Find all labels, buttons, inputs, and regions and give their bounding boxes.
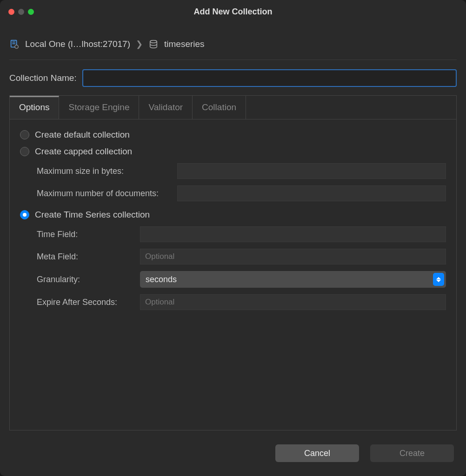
- max-size-label: Maximum size in bytes:: [37, 166, 172, 176]
- radio-icon: [20, 210, 29, 219]
- titlebar: Add New Collection: [0, 0, 466, 23]
- dialog-window: Add New Collection Local One (l…lhost:27…: [0, 0, 466, 476]
- select-stepper-icon: [433, 273, 444, 286]
- tab-validator[interactable]: Validator: [139, 96, 193, 119]
- timeseries-fields: Time Field: Meta Field: Granularity: sec…: [20, 226, 446, 310]
- dialog-content: Local One (l…lhost:27017) ❯ timeseries C…: [0, 23, 466, 476]
- window-title: Add New Collection: [7, 7, 459, 17]
- window-controls: [8, 9, 34, 15]
- collection-name-input[interactable]: [82, 69, 457, 87]
- dialog-footer: Cancel Create: [9, 430, 457, 467]
- max-docs-input[interactable]: [177, 185, 446, 201]
- close-window-button[interactable]: [8, 9, 14, 15]
- collection-name-label: Collection Name:: [9, 73, 77, 83]
- meta-field-input[interactable]: [140, 249, 446, 264]
- collection-name-row: Collection Name:: [9, 60, 457, 95]
- radio-icon: [20, 130, 29, 139]
- svg-point-3: [15, 45, 18, 48]
- cancel-button[interactable]: Cancel: [275, 444, 359, 462]
- tab-body-options: Create default collection Create capped …: [10, 119, 456, 430]
- options-panel: Options Storage Engine Validator Collati…: [9, 95, 457, 430]
- breadcrumb: Local One (l…lhost:27017) ❯ timeseries: [9, 31, 457, 60]
- create-button[interactable]: Create: [370, 444, 454, 462]
- svg-point-4: [150, 40, 157, 43]
- tab-collation[interactable]: Collation: [193, 96, 246, 119]
- capped-fields: Maximum size in bytes: Maximum number of…: [20, 163, 446, 201]
- breadcrumb-connection: Local One (l…lhost:27017): [25, 39, 130, 49]
- tab-options[interactable]: Options: [10, 96, 59, 119]
- time-field-label: Time Field:: [37, 230, 134, 239]
- server-icon: [9, 39, 20, 49]
- database-icon: [148, 39, 159, 49]
- tab-bar: Options Storage Engine Validator Collati…: [10, 96, 456, 119]
- tab-storage-engine[interactable]: Storage Engine: [59, 96, 139, 119]
- radio-timeseries-collection[interactable]: Create Time Series collection: [20, 210, 446, 220]
- breadcrumb-database: timeseries: [164, 39, 205, 49]
- radio-icon: [20, 147, 29, 156]
- chevron-right-icon: ❯: [136, 39, 143, 49]
- granularity-value: seconds: [140, 271, 446, 288]
- radio-label: Create capped collection: [35, 146, 132, 157]
- minimize-window-button[interactable]: [18, 9, 24, 15]
- expire-label: Expire After Seconds:: [37, 298, 134, 307]
- radio-default-collection[interactable]: Create default collection: [20, 130, 446, 140]
- meta-field-label: Meta Field:: [37, 252, 134, 262]
- max-docs-label: Maximum number of documents:: [37, 189, 172, 198]
- max-size-input[interactable]: [177, 163, 446, 179]
- radio-capped-collection[interactable]: Create capped collection: [20, 146, 446, 157]
- radio-label: Create Time Series collection: [35, 210, 150, 220]
- maximize-window-button[interactable]: [28, 9, 34, 15]
- radio-label: Create default collection: [35, 130, 130, 140]
- granularity-label: Granularity:: [37, 275, 134, 284]
- expire-after-input[interactable]: [140, 294, 446, 310]
- time-field-input[interactable]: [140, 226, 446, 242]
- granularity-select[interactable]: seconds: [140, 271, 446, 288]
